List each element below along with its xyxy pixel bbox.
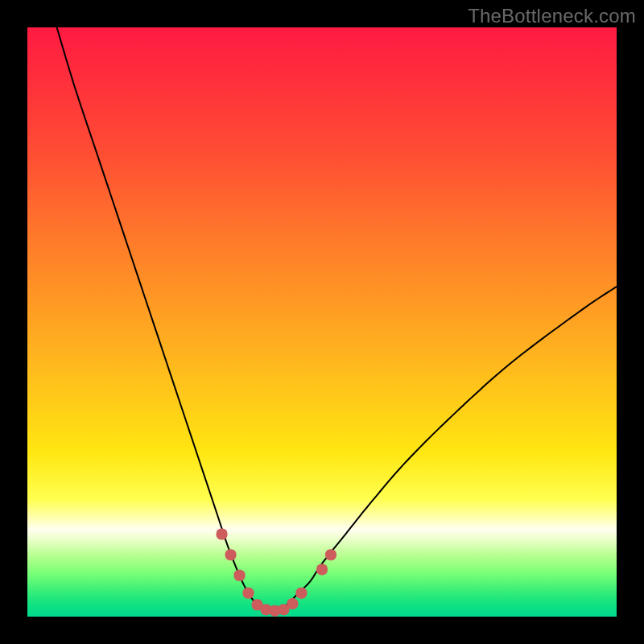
source-watermark: TheBottleneck.com: [468, 5, 636, 27]
marker-point: [234, 570, 246, 581]
marker-point: [316, 564, 328, 575]
bottleneck-curve-path: [57, 27, 617, 612]
marker-point: [325, 549, 336, 560]
plot-area: [27, 27, 617, 617]
marker-point: [295, 588, 307, 599]
marker-point: [287, 598, 298, 609]
marker-point: [225, 549, 237, 560]
marker-point: [243, 588, 254, 599]
curve-group: [57, 27, 617, 612]
curve-svg: [27, 27, 617, 617]
markers-group: [217, 529, 336, 617]
chart-frame: TheBottleneck.com: [0, 0, 644, 644]
marker-point: [217, 529, 228, 540]
